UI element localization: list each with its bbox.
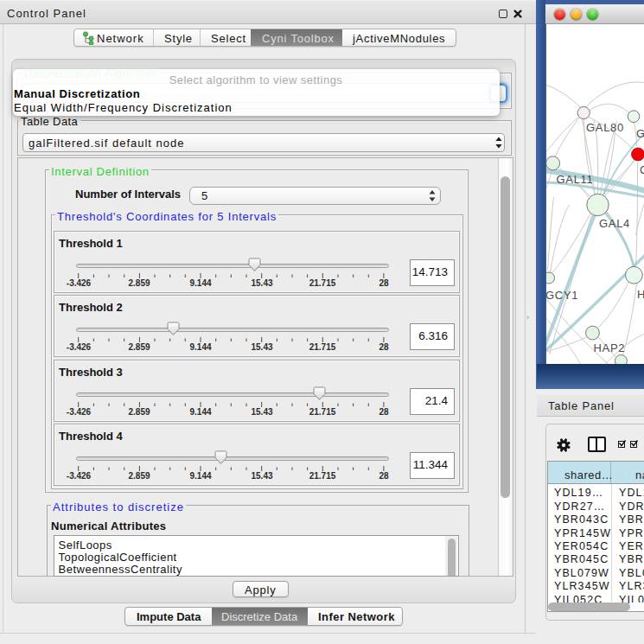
svg-text:GAL: GAL xyxy=(636,127,644,140)
svg-text:H: H xyxy=(637,288,644,301)
svg-text:GAL11: GAL11 xyxy=(556,173,593,186)
svg-text:HAP2: HAP2 xyxy=(593,341,625,354)
svg-text:C: C xyxy=(640,163,644,176)
svg-text:GCY1: GCY1 xyxy=(546,289,578,302)
svg-text:GAL4: GAL4 xyxy=(599,217,630,230)
svg-text:GAL80: GAL80 xyxy=(586,121,624,134)
